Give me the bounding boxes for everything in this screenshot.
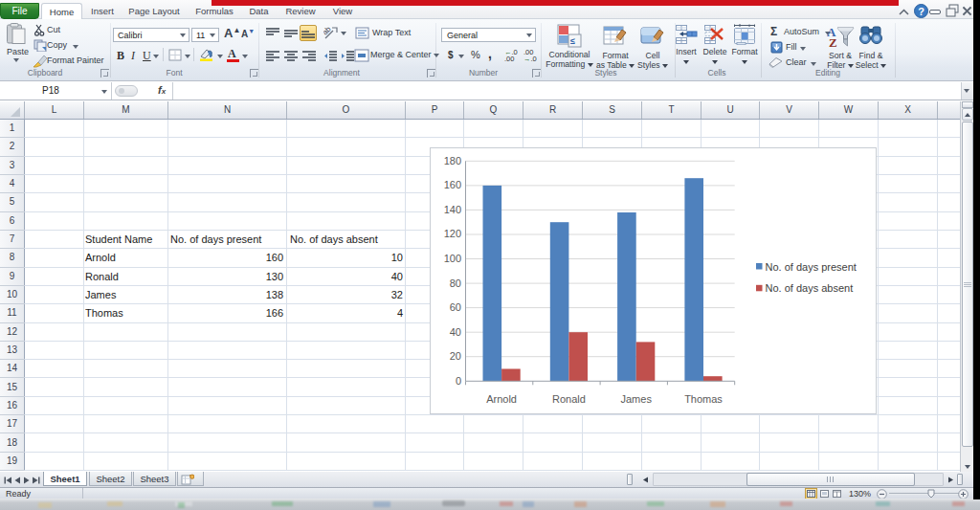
svg-text:20: 20	[450, 350, 461, 362]
svg-text:100: 100	[444, 253, 461, 264]
svg-text:180: 180	[444, 155, 461, 166]
svg-text:160: 160	[444, 179, 461, 190]
svg-text:≤: ≤	[570, 36, 575, 46]
svg-text:ab: ab	[323, 26, 333, 37]
svg-text:Arnold: Arnold	[486, 393, 517, 405]
svg-text:James: James	[620, 393, 652, 405]
svg-text:60: 60	[450, 301, 461, 313]
svg-text:Ronald: Ronald	[552, 393, 586, 405]
svg-text:80: 80	[450, 277, 461, 289]
svg-text:No. of days absent: No. of days absent	[766, 282, 854, 294]
svg-text:Thomas: Thomas	[684, 393, 723, 405]
svg-text:Z: Z	[829, 35, 837, 49]
svg-text:40: 40	[450, 326, 461, 338]
svg-text:0: 0	[456, 375, 461, 387]
svg-text:No. of days present: No. of days present	[766, 261, 857, 273]
svg-text:120: 120	[444, 228, 461, 239]
svg-text:?: ?	[918, 6, 924, 17]
svg-text:140: 140	[444, 204, 461, 215]
